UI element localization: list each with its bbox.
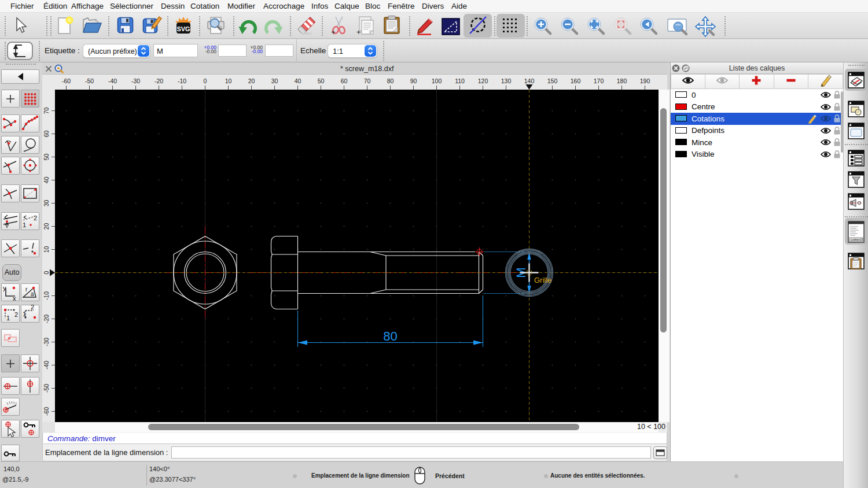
svg-text:SVG: SVG — [176, 25, 190, 32]
svg-text:-30: -30 — [131, 77, 140, 84]
svg-text:20: 20 — [248, 77, 255, 84]
svg-text:60: 60 — [43, 131, 50, 138]
svg-text:140: 140 — [524, 77, 535, 84]
svg-text:180: 180 — [617, 77, 627, 84]
svg-text:y: y — [3, 284, 6, 291]
svg-text:1: 1 — [23, 310, 26, 317]
svg-text:-20: -20 — [43, 315, 50, 323]
svg-text:-50: -50 — [85, 77, 94, 84]
svg-text:-30: -30 — [43, 338, 50, 346]
svg-text:-50: -50 — [43, 384, 50, 393]
svg-text:120: 120 — [478, 77, 488, 84]
svg-text:60: 60 — [341, 77, 348, 84]
svg-text:90: 90 — [410, 77, 417, 84]
svg-text:1: 1 — [6, 315, 10, 321]
svg-text:-10: -10 — [43, 291, 50, 300]
svg-text:30: 30 — [271, 77, 278, 84]
svg-text:70: 70 — [43, 108, 50, 114]
svg-text:40: 40 — [295, 77, 301, 84]
svg-text:40: 40 — [43, 177, 50, 184]
svg-text:-10: -10 — [178, 77, 186, 84]
svg-text:0: 0 — [204, 77, 207, 84]
svg-text:30: 30 — [43, 200, 50, 207]
svg-text:x: x — [13, 295, 16, 301]
svg-text:170: 170 — [594, 77, 604, 84]
svg-text:0: 0 — [43, 271, 50, 274]
svg-text:+: + — [331, 28, 336, 36]
svg-text:50: 50 — [318, 77, 325, 84]
svg-text:160: 160 — [571, 77, 581, 84]
svg-text:190: 190 — [640, 77, 650, 84]
svg-text:2: 2 — [14, 311, 18, 318]
svg-text:70: 70 — [364, 77, 371, 84]
svg-text:a: a — [31, 291, 34, 297]
svg-text:110: 110 — [455, 77, 465, 84]
svg-text:20: 20 — [43, 223, 50, 230]
svg-text:80: 80 — [387, 77, 394, 84]
svg-text:1: 1 — [23, 221, 26, 228]
svg-text:50: 50 — [43, 154, 50, 161]
svg-text:-60: -60 — [43, 407, 50, 416]
svg-text:10: 10 — [225, 77, 232, 84]
svg-text:80: 80 — [383, 329, 397, 343]
svg-text:-60: -60 — [62, 77, 71, 84]
svg-text:-40: -40 — [108, 77, 117, 84]
svg-text:-20: -20 — [155, 77, 163, 84]
svg-text:100: 100 — [432, 77, 442, 84]
svg-text:commandl: commandl — [851, 238, 863, 241]
svg-text:10: 10 — [43, 246, 50, 253]
svg-text:2: 2 — [31, 305, 34, 310]
svg-text:r: r — [25, 286, 28, 293]
svg-text:130: 130 — [501, 77, 512, 84]
svg-text:-40: -40 — [43, 361, 50, 369]
svg-text:2: 2 — [34, 215, 37, 221]
svg-text:150: 150 — [547, 77, 558, 84]
svg-text:Grille: Grille — [534, 276, 551, 284]
svg-text:+: + — [356, 28, 361, 36]
